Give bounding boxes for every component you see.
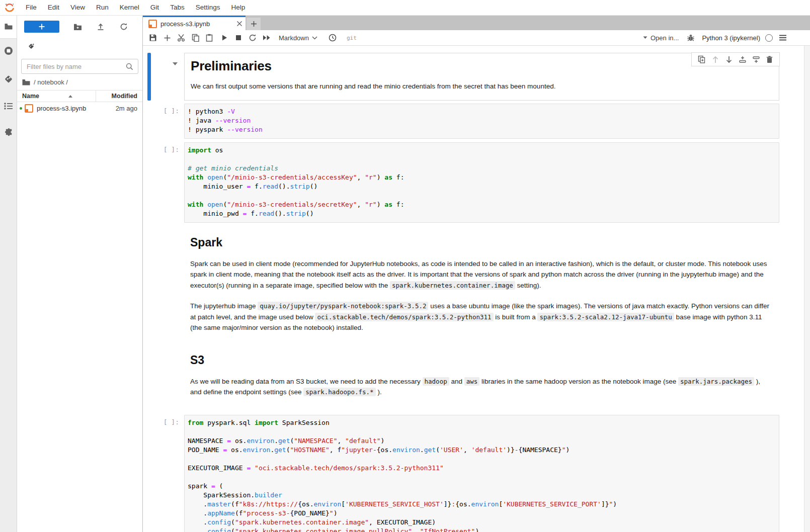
- cell-prompt: [151, 223, 184, 345]
- upload-icon[interactable]: [94, 21, 108, 33]
- tab-label: process-s3.ipynb: [160, 20, 236, 28]
- section-heading-preliminaries: Preliminaries: [191, 58, 773, 74]
- section-heading-spark: Spark: [190, 236, 773, 249]
- column-header-modified[interactable]: Modified: [96, 93, 142, 100]
- git-toolbar-label: git: [347, 35, 357, 41]
- running-kernels-icon[interactable]: [4, 46, 14, 56]
- close-icon[interactable]: [236, 21, 242, 27]
- breadcrumb: / notebook /: [22, 77, 68, 87]
- file-browser-icon[interactable]: [4, 22, 14, 32]
- rendered-markdown: S3 As we will be reading data from an S3…: [184, 345, 779, 410]
- tab-process-s3[interactable]: process-s3.ipynb: [143, 16, 246, 30]
- toolbar-right-group: Open in... Python 3 (ipykernel): [643, 34, 810, 42]
- markdown-paragraph: As we will be reading data from an S3 bu…: [190, 376, 773, 398]
- markdown-cell-s3[interactable]: S3 As we will be reading data from an S3…: [143, 345, 810, 410]
- cell-collapser[interactable]: [147, 345, 151, 410]
- menu-help[interactable]: Help: [225, 0, 251, 15]
- menu-edit[interactable]: Edit: [42, 0, 65, 15]
- insert-cell-above-icon[interactable]: [736, 54, 749, 65]
- file-name: process-s3.ipynb: [37, 105, 97, 112]
- cell-toolbar: [691, 52, 780, 66]
- activity-bar: [0, 16, 17, 532]
- history-clock-icon[interactable]: [326, 31, 340, 44]
- debugger-bug-icon[interactable]: [687, 34, 695, 42]
- menu-file[interactable]: File: [20, 0, 42, 15]
- running-status-dot: [20, 107, 22, 110]
- paste-cells-icon[interactable]: [202, 31, 216, 44]
- interrupt-kernel-icon[interactable]: [231, 31, 246, 44]
- code-editor[interactable]: ! python3 -V! java --version! pyspark --…: [184, 104, 779, 139]
- code-editor[interactable]: import os # get minio credentialswith op…: [184, 142, 779, 223]
- cut-cells-icon[interactable]: [174, 31, 188, 44]
- menu-git[interactable]: Git: [145, 0, 165, 15]
- markdown-paragraph: The jupyterhub image quay.io/jupyter/pys…: [190, 301, 773, 333]
- menu-view[interactable]: View: [65, 0, 91, 15]
- cell-prompt: [151, 345, 184, 410]
- cell-type-dropdown[interactable]: Markdown: [279, 34, 317, 42]
- tab-bar: process-s3.ipynb: [143, 16, 810, 30]
- menu-bar: File Edit View Run Kernel Git Tabs Setti…: [0, 0, 810, 16]
- scrollbar-track[interactable]: [804, 46, 810, 532]
- kernel-status-icon[interactable]: [765, 34, 773, 42]
- new-folder-icon[interactable]: [70, 21, 85, 33]
- home-folder-icon[interactable]: [22, 79, 30, 85]
- filter-files-box: [21, 59, 138, 74]
- rendered-markdown: Spark Spark can be used in client mode (…: [184, 223, 779, 345]
- code-cell-versions[interactable]: [ ]: ! python3 -V! java --version! pyspa…: [143, 104, 810, 139]
- filter-files-input[interactable]: [22, 63, 126, 70]
- refresh-icon[interactable]: [117, 21, 131, 33]
- code-editor[interactable]: from pyspark.sql import SparkSession NAM…: [184, 415, 779, 532]
- heading-collapse-icon[interactable]: [173, 62, 178, 65]
- code-cell-minio-credentials[interactable]: [ ]: import os # get minio credentialswi…: [143, 142, 810, 223]
- cell-collapser[interactable]: [147, 415, 151, 532]
- breadcrumb-path[interactable]: / notebook /: [34, 78, 68, 86]
- duplicate-cell-icon[interactable]: [695, 54, 708, 65]
- restart-kernel-icon[interactable]: [246, 31, 260, 44]
- run-icon[interactable]: [217, 31, 231, 44]
- git-init-icon[interactable]: [27, 42, 35, 50]
- move-up-icon[interactable]: [708, 54, 722, 65]
- add-cell-icon[interactable]: [160, 31, 174, 44]
- restart-run-all-icon[interactable]: [260, 31, 274, 44]
- menu-run[interactable]: Run: [91, 0, 114, 15]
- file-row-process-s3[interactable]: process-s3.ipynb 2m ago: [17, 102, 142, 114]
- search-icon[interactable]: [126, 63, 133, 70]
- open-in-label: Open in...: [651, 34, 679, 42]
- insert-cell-below-icon[interactable]: [749, 54, 763, 65]
- delete-cell-icon[interactable]: [763, 54, 776, 65]
- new-launcher-button[interactable]: [24, 21, 59, 33]
- toc-icon[interactable]: [4, 101, 14, 111]
- plus-icon: [38, 23, 45, 30]
- menu-kernel[interactable]: Kernel: [114, 0, 145, 15]
- caret-down-icon: [643, 36, 647, 39]
- cell-prompt: [ ]:: [151, 142, 184, 223]
- extensions-icon[interactable]: [4, 127, 14, 137]
- markdown-cell-preliminaries[interactable]: Preliminaries We can first output some v…: [143, 53, 810, 101]
- rendered-markdown: Preliminaries We can first output some v…: [184, 53, 779, 101]
- new-tab-button[interactable]: [247, 18, 261, 30]
- markdown-cell-spark[interactable]: Spark Spark can be used in client mode (…: [143, 223, 810, 345]
- move-down-icon[interactable]: [722, 54, 736, 65]
- file-browser-panel: / notebook / Name Modified process-s3.ip…: [17, 16, 143, 532]
- hamburger-menu-icon[interactable]: [779, 34, 787, 41]
- cell-collapser[interactable]: [147, 223, 151, 345]
- cell-collapser[interactable]: [147, 142, 151, 223]
- cell-collapser[interactable]: [147, 104, 151, 139]
- section-heading-s3: S3: [190, 353, 773, 367]
- chevron-down-icon: [312, 36, 317, 40]
- menu-settings[interactable]: Settings: [190, 0, 226, 15]
- notebook-toolbar: Markdown git Open in... Python 3 (ipyker…: [143, 30, 810, 46]
- cell-prompt: [151, 53, 184, 101]
- code-cell-spark-session[interactable]: [ ]: from pyspark.sql import SparkSessio…: [143, 415, 810, 532]
- kernel-name[interactable]: Python 3 (ipykernel): [702, 34, 760, 42]
- cell-collapser[interactable]: [147, 53, 151, 101]
- git-sidebar-icon[interactable]: [4, 74, 14, 84]
- main-area: process-s3.ipynb: [143, 16, 810, 532]
- copy-cells-icon[interactable]: [188, 31, 202, 44]
- file-modified: 2m ago: [97, 105, 142, 112]
- menu-tabs[interactable]: Tabs: [165, 0, 190, 15]
- save-icon[interactable]: [146, 31, 160, 44]
- open-in-dropdown[interactable]: Open in...: [643, 34, 679, 42]
- column-name-label: Name: [22, 93, 39, 100]
- column-header-name[interactable]: Name: [17, 93, 96, 100]
